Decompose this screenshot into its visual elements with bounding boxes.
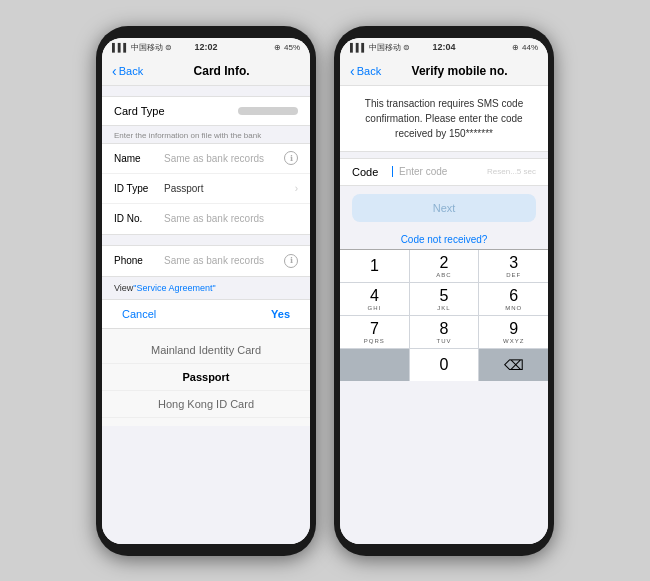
numpad-key-9[interactable]: 9 WXYZ	[479, 316, 548, 348]
delete-icon: ⌫	[504, 357, 524, 373]
back-chevron-2	[350, 63, 355, 79]
service-agreement-link[interactable]: "Service Agreement"	[133, 283, 215, 293]
verify-description: This transaction requires SMS code confi…	[340, 86, 548, 152]
phone-row: Phone Same as bank records ℹ	[102, 246, 310, 276]
name-info-icon[interactable]: ℹ	[284, 151, 298, 165]
numpad: 1 2 ABC 3 DEF 4 GHI 5 JKL	[340, 249, 548, 381]
idno-row: ID No. Same as bank records	[102, 204, 310, 234]
signal-icon: ▌▌▌	[112, 43, 129, 52]
numpad-key-3[interactable]: 3 DEF	[479, 250, 548, 282]
phone-1: ▌▌▌ 中国移动 ⊜ 12:02 ⊕ 45% Back Card Info. C…	[96, 26, 316, 556]
time-2: 12:04	[432, 42, 455, 52]
id-picker: Mainland Identity Card Passport Hong Kon…	[102, 328, 310, 426]
id-picker-hk[interactable]: Hong Kong ID Card	[102, 391, 310, 418]
numpad-empty	[340, 349, 409, 381]
code-placeholder: Enter code	[399, 166, 487, 177]
name-row: Name Same as bank records ℹ	[102, 144, 310, 174]
nav-bar-1: Back Card Info.	[102, 57, 310, 86]
screen-content-2: This transaction requires SMS code confi…	[340, 86, 548, 544]
code-input-area[interactable]: Enter code Resen...5 sec	[392, 166, 536, 177]
idno-value: Same as bank records	[164, 213, 298, 224]
numpad-key-4[interactable]: 4 GHI	[340, 283, 409, 315]
carrier-1: ▌▌▌ 中国移动 ⊜	[112, 42, 172, 53]
battery-icon-2: ⊕	[512, 43, 519, 52]
numpad-key-6[interactable]: 6 MNO	[479, 283, 548, 315]
nav-title-1: Card Info.	[143, 64, 300, 78]
numpad-delete-key[interactable]: ⌫	[479, 349, 548, 381]
form-group: Name Same as bank records ℹ ID Type Pass…	[102, 143, 310, 235]
back-chevron-1	[112, 63, 117, 79]
idtype-value: Passport	[164, 183, 295, 194]
signal-icon-2: ▌▌▌	[350, 43, 367, 52]
next-btn-wrapper: Next	[340, 186, 548, 230]
phone-group: Phone Same as bank records ℹ	[102, 245, 310, 277]
battery-1: ⊕ 45%	[274, 43, 300, 52]
wifi-icon: ⊜	[165, 43, 172, 52]
phone-value: Same as bank records	[164, 255, 284, 266]
phone-label: Phone	[114, 255, 164, 266]
info-header: Enter the information on file with the b…	[102, 126, 310, 143]
battery-icon: ⊕	[274, 43, 281, 52]
cancel-button[interactable]: Cancel	[122, 308, 156, 320]
status-bar-1: ▌▌▌ 中国移动 ⊜ 12:02 ⊕ 45%	[102, 38, 310, 57]
numpad-key-5[interactable]: 5 JKL	[410, 283, 479, 315]
nav-bar-2: Back Verify mobile no.	[340, 57, 548, 86]
code-row[interactable]: Code Enter code Resen...5 sec	[340, 158, 548, 186]
service-agreement: View"Service Agreement"	[102, 277, 310, 299]
battery-2: ⊕ 44%	[512, 43, 538, 52]
idno-label: ID No.	[114, 213, 164, 224]
yes-button[interactable]: Yes	[271, 308, 290, 320]
numpad-key-1[interactable]: 1	[340, 250, 409, 282]
back-button-1[interactable]: Back	[112, 63, 143, 79]
back-button-2[interactable]: Back	[350, 63, 381, 79]
numpad-key-0[interactable]: 0	[410, 349, 479, 381]
screen-content-1: Card Type Enter the information on file …	[102, 86, 310, 544]
code-resend: Resen...5 sec	[487, 167, 536, 176]
idtype-row[interactable]: ID Type Passport ›	[102, 174, 310, 204]
time-1: 12:02	[194, 42, 217, 52]
phone-2-screen: ▌▌▌ 中国移动 ⊜ 12:04 ⊕ 44% Back Verify mobil…	[340, 38, 548, 544]
phone-2: ▌▌▌ 中国移动 ⊜ 12:04 ⊕ 44% Back Verify mobil…	[334, 26, 554, 556]
card-type-label: Card Type	[114, 105, 165, 117]
nav-title-2: Verify mobile no.	[381, 64, 538, 78]
carrier-2: ▌▌▌ 中国移动 ⊜	[350, 42, 410, 53]
numpad-key-2[interactable]: 2 ABC	[410, 250, 479, 282]
next-button[interactable]: Next	[352, 194, 536, 222]
card-type-bar	[238, 107, 298, 115]
idtype-chevron: ›	[295, 183, 298, 194]
phone-1-screen: ▌▌▌ 中国移动 ⊜ 12:02 ⊕ 45% Back Card Info. C…	[102, 38, 310, 544]
name-label: Name	[114, 153, 164, 164]
action-bar: Cancel Yes	[102, 299, 310, 328]
phone-info-icon[interactable]: ℹ	[284, 254, 298, 268]
idtype-label: ID Type	[114, 183, 164, 194]
id-picker-passport[interactable]: Passport	[102, 364, 310, 391]
code-label: Code	[352, 166, 392, 178]
id-picker-mainland[interactable]: Mainland Identity Card	[102, 337, 310, 364]
numpad-key-8[interactable]: 8 TUV	[410, 316, 479, 348]
card-type-row: Card Type	[102, 96, 310, 126]
code-not-received[interactable]: Code not received?	[340, 230, 548, 249]
wifi-icon-2: ⊜	[403, 43, 410, 52]
name-value: Same as bank records	[164, 153, 284, 164]
numpad-key-7[interactable]: 7 PQRS	[340, 316, 409, 348]
status-bar-2: ▌▌▌ 中国移动 ⊜ 12:04 ⊕ 44%	[340, 38, 548, 57]
